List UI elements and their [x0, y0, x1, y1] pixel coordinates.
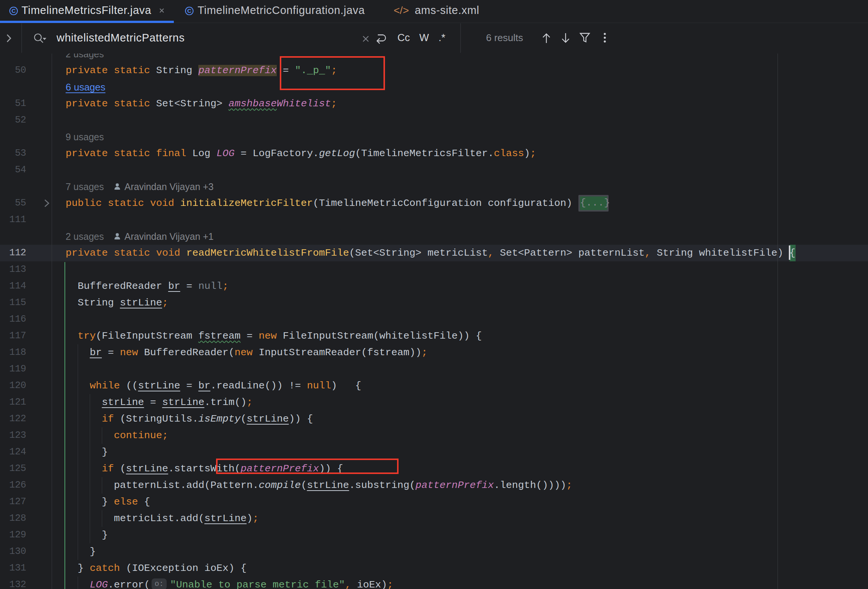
svg-text:C: C [11, 8, 15, 14]
svg-text:C: C [187, 8, 191, 14]
